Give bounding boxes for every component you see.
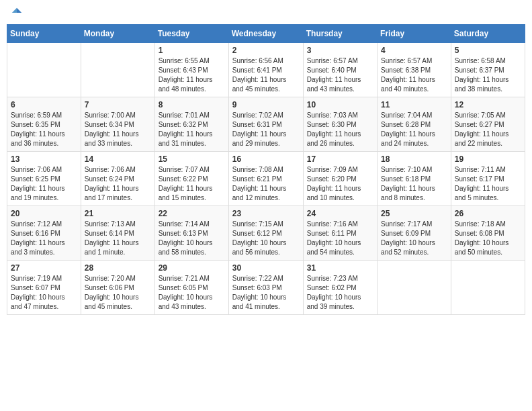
calendar-cell: 23Sunrise: 7:15 AM Sunset: 6:12 PM Dayli… [228,206,303,261]
day-info: Sunrise: 7:15 AM Sunset: 6:12 PM Dayligh… [232,220,300,257]
calendar-cell: 5Sunrise: 6:58 AM Sunset: 6:37 PM Daylig… [451,43,525,97]
day-info: Sunrise: 7:06 AM Sunset: 6:24 PM Dayligh… [85,165,151,203]
calendar-cell: 20Sunrise: 7:12 AM Sunset: 6:16 PM Dayli… [7,206,81,261]
day-number: 25 [381,209,447,218]
calendar-table: SundayMondayTuesdayWednesdayThursdayFrid… [7,24,525,315]
calendar-week-row: 1Sunrise: 6:55 AM Sunset: 6:43 PM Daylig… [7,43,525,97]
day-number: 14 [85,154,151,164]
day-info: Sunrise: 7:22 AM Sunset: 6:03 PM Dayligh… [232,274,300,312]
day-number: 30 [232,263,300,273]
weekday-header: Tuesday [154,25,228,43]
day-info: Sunrise: 7:12 AM Sunset: 6:16 PM Dayligh… [11,220,77,257]
day-number: 27 [11,263,77,273]
calendar-cell: 6Sunrise: 6:59 AM Sunset: 6:35 PM Daylig… [7,97,81,152]
day-info: Sunrise: 7:17 AM Sunset: 6:09 PM Dayligh… [381,220,447,257]
weekday-header: Wednesday [228,25,303,43]
weekday-header: Saturday [451,25,525,43]
calendar-cell: 29Sunrise: 7:21 AM Sunset: 6:05 PM Dayli… [154,261,228,315]
calendar-cell: 16Sunrise: 7:08 AM Sunset: 6:21 PM Dayli… [228,152,303,206]
calendar-week-row: 27Sunrise: 7:19 AM Sunset: 6:07 PM Dayli… [7,261,525,315]
day-info: Sunrise: 6:59 AM Sunset: 6:35 PM Dayligh… [11,111,77,148]
day-info: Sunrise: 7:05 AM Sunset: 6:27 PM Dayligh… [455,111,521,148]
calendar-cell: 25Sunrise: 7:17 AM Sunset: 6:09 PM Dayli… [378,206,451,261]
day-number: 26 [455,209,521,218]
day-info: Sunrise: 6:58 AM Sunset: 6:37 PM Dayligh… [455,56,521,94]
calendar-week-row: 20Sunrise: 7:12 AM Sunset: 6:16 PM Dayli… [7,206,525,261]
calendar-cell: 4Sunrise: 6:57 AM Sunset: 6:38 PM Daylig… [378,43,451,97]
weekday-header: Friday [378,25,451,43]
calendar-cell: 13Sunrise: 7:06 AM Sunset: 6:25 PM Dayli… [7,152,81,206]
weekday-header: Thursday [303,25,377,43]
calendar-cell [378,261,451,315]
calendar-cell: 8Sunrise: 7:01 AM Sunset: 6:32 PM Daylig… [154,97,228,152]
day-info: Sunrise: 7:02 AM Sunset: 6:31 PM Dayligh… [232,111,300,148]
day-number: 13 [11,154,77,164]
day-info: Sunrise: 7:00 AM Sunset: 6:34 PM Dayligh… [85,111,151,148]
calendar-cell: 10Sunrise: 7:03 AM Sunset: 6:30 PM Dayli… [303,97,377,152]
calendar-cell: 15Sunrise: 7:07 AM Sunset: 6:22 PM Dayli… [154,152,228,206]
day-info: Sunrise: 7:23 AM Sunset: 6:02 PM Dayligh… [307,274,373,312]
day-number: 18 [381,154,447,164]
day-info: Sunrise: 7:01 AM Sunset: 6:32 PM Dayligh… [159,111,225,148]
logo [9,7,23,19]
day-number: 23 [232,209,300,218]
calendar-cell: 24Sunrise: 7:16 AM Sunset: 6:11 PM Dayli… [303,206,377,261]
day-info: Sunrise: 7:14 AM Sunset: 6:13 PM Dayligh… [159,220,225,257]
day-number: 10 [307,100,373,109]
day-number: 16 [232,154,300,164]
day-info: Sunrise: 6:55 AM Sunset: 6:43 PM Dayligh… [159,56,225,94]
calendar-cell [7,43,81,97]
calendar-cell: 28Sunrise: 7:20 AM Sunset: 6:06 PM Dayli… [81,261,154,315]
day-number: 19 [455,154,521,164]
calendar-cell: 7Sunrise: 7:00 AM Sunset: 6:34 PM Daylig… [81,97,154,152]
calendar-cell: 21Sunrise: 7:13 AM Sunset: 6:14 PM Dayli… [81,206,154,261]
day-info: Sunrise: 7:11 AM Sunset: 6:17 PM Dayligh… [455,165,521,203]
calendar-cell: 12Sunrise: 7:05 AM Sunset: 6:27 PM Dayli… [451,97,525,152]
day-info: Sunrise: 7:07 AM Sunset: 6:22 PM Dayligh… [159,165,225,203]
day-number: 7 [85,100,151,109]
day-number: 24 [307,209,373,218]
day-number: 28 [85,263,151,273]
calendar-cell: 19Sunrise: 7:11 AM Sunset: 6:17 PM Dayli… [451,152,525,206]
calendar-cell: 14Sunrise: 7:06 AM Sunset: 6:24 PM Dayli… [81,152,154,206]
day-number: 9 [232,100,300,109]
page-header [7,7,525,19]
calendar-cell: 17Sunrise: 7:09 AM Sunset: 6:20 PM Dayli… [303,152,377,206]
weekday-header: Monday [81,25,154,43]
calendar-cell [81,43,154,97]
logo-icon [11,7,23,19]
calendar-cell: 1Sunrise: 6:55 AM Sunset: 6:43 PM Daylig… [154,43,228,97]
day-info: Sunrise: 7:10 AM Sunset: 6:18 PM Dayligh… [381,165,447,203]
day-number: 22 [159,209,225,218]
day-number: 1 [159,46,225,55]
day-number: 4 [381,46,447,55]
calendar-cell: 18Sunrise: 7:10 AM Sunset: 6:18 PM Dayli… [378,152,451,206]
day-info: Sunrise: 6:56 AM Sunset: 6:41 PM Dayligh… [232,56,300,94]
calendar-header-row: SundayMondayTuesdayWednesdayThursdayFrid… [7,25,525,43]
day-info: Sunrise: 7:06 AM Sunset: 6:25 PM Dayligh… [11,165,77,203]
day-number: 12 [455,100,521,109]
day-info: Sunrise: 7:09 AM Sunset: 6:20 PM Dayligh… [307,165,373,203]
calendar-cell: 27Sunrise: 7:19 AM Sunset: 6:07 PM Dayli… [7,261,81,315]
calendar-cell: 31Sunrise: 7:23 AM Sunset: 6:02 PM Dayli… [303,261,377,315]
day-info: Sunrise: 7:03 AM Sunset: 6:30 PM Dayligh… [307,111,373,148]
day-number: 31 [307,263,373,273]
day-info: Sunrise: 7:13 AM Sunset: 6:14 PM Dayligh… [85,220,151,257]
day-info: Sunrise: 7:19 AM Sunset: 6:07 PM Dayligh… [11,274,77,312]
day-number: 20 [11,209,77,218]
calendar-week-row: 6Sunrise: 6:59 AM Sunset: 6:35 PM Daylig… [7,97,525,152]
calendar-cell: 3Sunrise: 6:57 AM Sunset: 6:40 PM Daylig… [303,43,377,97]
day-info: Sunrise: 7:16 AM Sunset: 6:11 PM Dayligh… [307,220,373,257]
calendar-cell [451,261,525,315]
day-number: 15 [159,154,225,164]
calendar-cell: 2Sunrise: 6:56 AM Sunset: 6:41 PM Daylig… [228,43,303,97]
day-number: 8 [159,100,225,109]
day-number: 3 [307,46,373,55]
day-number: 21 [85,209,151,218]
day-number: 17 [307,154,373,164]
calendar-cell: 9Sunrise: 7:02 AM Sunset: 6:31 PM Daylig… [228,97,303,152]
day-number: 5 [455,46,521,55]
day-info: Sunrise: 7:04 AM Sunset: 6:28 PM Dayligh… [381,111,447,148]
day-info: Sunrise: 7:20 AM Sunset: 6:06 PM Dayligh… [85,274,151,312]
calendar-cell: 22Sunrise: 7:14 AM Sunset: 6:13 PM Dayli… [154,206,228,261]
